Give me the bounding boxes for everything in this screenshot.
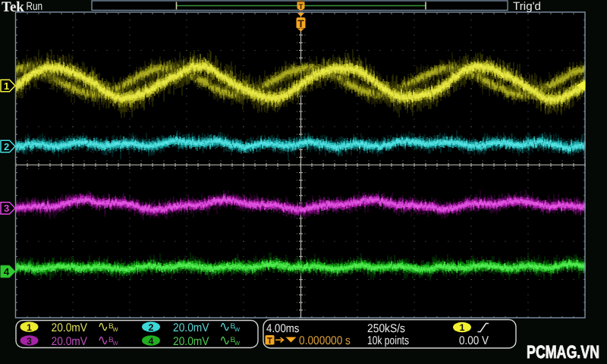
svg-text:W: W: [113, 326, 119, 333]
svg-text:20.0mV: 20.0mV: [173, 322, 209, 334]
svg-text:10k points: 10k points: [367, 334, 409, 347]
svg-text:W: W: [234, 326, 241, 333]
svg-text:Run: Run: [27, 0, 43, 13]
svg-text:4: 4: [4, 266, 10, 278]
svg-text:Tek: Tek: [2, 0, 24, 15]
svg-text:PCMAG.VN: PCMAG.VN: [527, 342, 599, 362]
svg-text:4.00ms: 4.00ms: [266, 322, 300, 335]
svg-text:T: T: [298, 3, 303, 11]
svg-text:1: 1: [460, 322, 465, 333]
svg-text:3: 3: [4, 202, 9, 214]
svg-text:0.00 V: 0.00 V: [459, 334, 489, 347]
svg-text:2: 2: [4, 141, 9, 152]
svg-text:T: T: [267, 337, 272, 346]
svg-text:20.0mV: 20.0mV: [52, 322, 88, 334]
svg-text:2: 2: [149, 322, 154, 333]
svg-text:1: 1: [27, 322, 32, 333]
svg-text:3: 3: [27, 336, 32, 347]
svg-text:20.0mV: 20.0mV: [173, 335, 209, 348]
svg-text:W: W: [113, 340, 119, 347]
svg-text:T: T: [297, 17, 304, 30]
svg-text:1: 1: [4, 80, 9, 92]
svg-text:0.000000 s: 0.000000 s: [299, 334, 351, 347]
svg-text:250kS/s: 250kS/s: [367, 322, 405, 335]
svg-text:W: W: [234, 340, 241, 347]
svg-text:4: 4: [149, 336, 154, 347]
svg-text:20.0mV: 20.0mV: [52, 335, 88, 348]
svg-text:Trig'd: Trig'd: [513, 0, 541, 13]
